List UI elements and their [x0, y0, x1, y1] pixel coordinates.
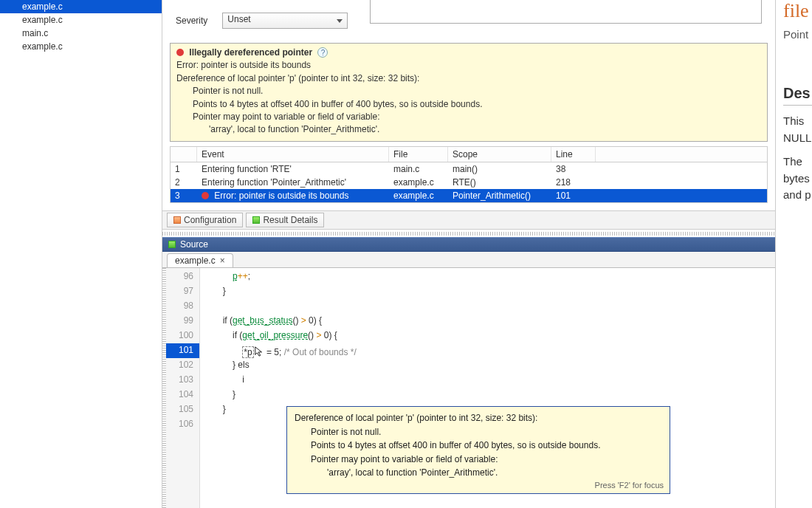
diagnostic-detail: 'array', local to function 'Pointer_Arit… — [176, 123, 761, 136]
events-table: Event File Scope Line 1Entering function… — [170, 146, 768, 203]
col-header-file[interactable]: File — [389, 147, 448, 162]
tooltip-line: Pointer is not null. — [295, 425, 662, 439]
tooltip-line: Dereference of local pointer 'p' (pointe… — [295, 411, 662, 425]
error-dot-icon — [176, 49, 184, 56]
help-subtitle-frag: Point — [783, 28, 812, 41]
diagnostic-detail: Pointer may point to variable or field o… — [176, 111, 761, 123]
table-row[interactable]: 3 Error: pointer is outside its boundsex… — [171, 189, 767, 202]
source-icon — [168, 241, 176, 248]
code-line[interactable]: } — [200, 284, 775, 299]
line-number[interactable]: 104 — [166, 388, 199, 402]
bottom-tab-bar: Configuration Result Details — [162, 210, 775, 230]
help-text-frag: The — [783, 154, 812, 171]
severity-row: Severity Unset — [162, 0, 775, 41]
help-title-frag: file — [783, 0, 812, 15]
col-header-scope[interactable]: Scope — [448, 147, 551, 162]
line-number[interactable]: 102 — [166, 358, 199, 373]
help-text-frag: and p — [783, 187, 812, 204]
diagnostic-title: Illegally dereferenced pointer — [189, 47, 312, 58]
code-line[interactable]: p++; — [200, 270, 775, 284]
tooltip-line: Points to 4 bytes at offset 400 in buffe… — [295, 439, 662, 453]
line-number[interactable]: 101 — [166, 343, 199, 358]
file-list-item[interactable]: example.c — [0, 40, 162, 53]
config-icon — [173, 216, 181, 224]
diagnostic-error-line: Error: pointer is outside its bounds — [176, 59, 761, 72]
severity-select[interactable]: Unset — [222, 13, 348, 29]
tab-configuration[interactable]: Configuration — [167, 213, 243, 227]
result-icon — [252, 216, 260, 224]
code-line[interactable]: } — [200, 388, 775, 402]
pane-splitter[interactable] — [162, 231, 775, 236]
code-line[interactable]: if (get_bus_status() > 0) { — [200, 314, 775, 329]
code-line[interactable]: *p = 5; /* Out of bounds */ — [200, 343, 775, 358]
source-pane-title: Source — [180, 239, 208, 250]
line-number[interactable]: 96 — [166, 270, 199, 284]
diagnostic-detail: Pointer is not null. — [176, 85, 761, 97]
help-text-frag: NULL — [783, 130, 812, 147]
table-row[interactable]: 1Entering function 'RTE'main.cmain()38 — [171, 162, 767, 176]
diagnostic-panel: Illegally dereferenced pointer ? Error: … — [170, 43, 768, 142]
file-list-item[interactable]: main.c — [0, 27, 162, 40]
col-header-event[interactable]: Event — [197, 147, 389, 162]
tooltip-footer: Press 'F2' for focus — [595, 479, 664, 492]
source-file-tab-bar: example.c × — [162, 252, 775, 268]
file-list-item[interactable]: example.c — [0, 13, 162, 27]
line-number-gutter[interactable]: 96979899100101102103104105106 — [166, 268, 200, 508]
code-line[interactable] — [200, 299, 775, 314]
diagnostic-detail: Points to 4 bytes at offset 400 in buffe… — [176, 98, 761, 111]
code-line[interactable]: i — [200, 373, 775, 388]
code-line[interactable]: } els — [200, 358, 775, 373]
table-row[interactable]: 2Entering function 'Pointer_Arithmetic'e… — [171, 176, 767, 189]
help-icon[interactable]: ? — [317, 47, 328, 58]
close-icon[interactable]: × — [220, 255, 225, 266]
comment-textarea[interactable] — [370, 0, 762, 24]
file-list[interactable]: example.cexample.cmain.cexample.c — [0, 0, 162, 508]
file-list-item[interactable]: example.c — [0, 0, 162, 13]
hover-tooltip: Dereference of local pointer 'p' (pointe… — [286, 406, 670, 494]
tooltip-line: Pointer may point to variable or field o… — [295, 453, 662, 467]
tooltip-line: 'array', local to function 'Pointer_Arit… — [295, 466, 662, 480]
line-number[interactable]: 106 — [166, 417, 199, 432]
line-number[interactable]: 100 — [166, 329, 199, 343]
code-line[interactable]: if (get_oil_pressure() > 0) { — [200, 329, 775, 343]
help-text-frag: This — [783, 113, 812, 130]
help-heading-frag: Des — [783, 85, 812, 106]
diagnostic-deref-line: Dereference of local pointer 'p' (pointe… — [176, 72, 761, 85]
source-pane-header: Source — [162, 237, 775, 252]
error-dot-icon — [202, 192, 209, 199]
line-number[interactable]: 105 — [166, 402, 199, 417]
col-header-line[interactable]: Line — [551, 147, 596, 162]
tab-result-details[interactable]: Result Details — [246, 213, 324, 227]
line-number[interactable]: 99 — [166, 314, 199, 329]
line-number[interactable]: 103 — [166, 373, 199, 388]
col-header-num[interactable] — [171, 147, 197, 162]
source-file-tab[interactable]: example.c × — [167, 253, 233, 267]
events-header-row: Event File Scope Line — [171, 147, 767, 162]
line-number[interactable]: 97 — [166, 284, 199, 299]
severity-label: Severity — [176, 16, 207, 26]
help-text-frag: bytes — [783, 171, 812, 188]
line-number[interactable]: 98 — [166, 299, 199, 314]
help-panel: file Point Des This NULL The bytes and p — [775, 0, 812, 508]
